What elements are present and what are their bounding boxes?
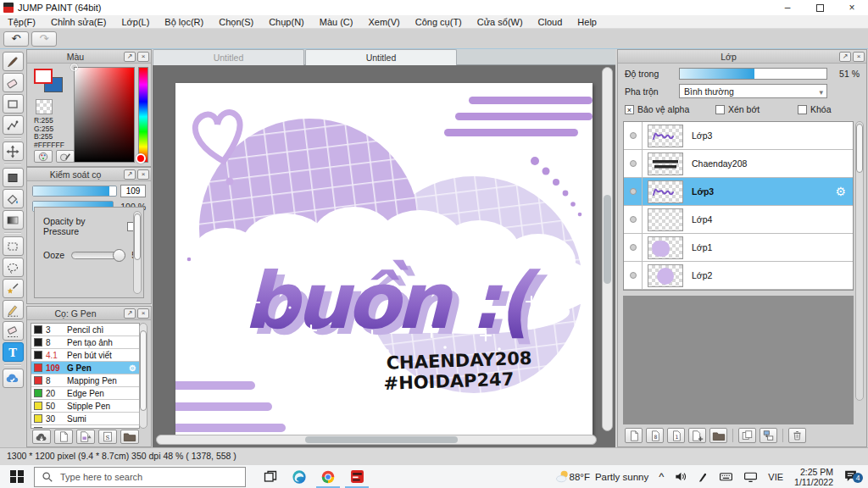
menu-item-6[interactable]: Chụp(N) (261, 15, 312, 29)
layer-visibility-toggle[interactable] (624, 178, 643, 205)
close-panel-icon[interactable]: × (853, 52, 865, 62)
brush-row[interactable]: 30Sumi (31, 413, 139, 425)
layer-visibility-toggle[interactable] (624, 150, 643, 177)
new-8bit-layer-button[interactable]: 8 (646, 428, 664, 443)
document-canvas[interactable]: buồn :( buồn :( (175, 83, 593, 437)
menu-item-1[interactable]: Tệp(F) (0, 15, 43, 29)
close-panel-icon[interactable]: × (137, 308, 149, 319)
canvas-vscrollbar[interactable] (602, 67, 613, 431)
merge-layer-button[interactable] (760, 428, 777, 443)
layer-row[interactable]: Lớp4 (624, 206, 853, 234)
redo-button[interactable]: ↷ (31, 31, 57, 47)
brush-row[interactable]: 8Mapping Pen (31, 374, 139, 387)
gradient-tool[interactable] (3, 210, 24, 230)
shape-brush-tool[interactable] (3, 94, 24, 114)
touch-keyboard-button[interactable] (715, 465, 737, 488)
menu-item-9[interactable]: Công cụ(T) (408, 15, 470, 29)
bucket-tool[interactable] (3, 189, 24, 208)
tray-expand-button[interactable]: ^ (654, 465, 668, 488)
layer-visibility-toggle[interactable] (624, 262, 643, 289)
layer-row[interactable]: Chaenday208 (624, 150, 853, 178)
brush-row[interactable]: 4.1Pen bút viết (31, 349, 139, 362)
menu-item-3[interactable]: Lớp(L) (114, 15, 157, 29)
jump-paint-button[interactable] (342, 465, 371, 488)
select-eraser-tool[interactable] (3, 321, 24, 341)
layer-checkbox-2[interactable] (715, 105, 725, 114)
brush-size-value[interactable]: 109 (120, 185, 146, 197)
popout-icon[interactable]: ↗ (124, 169, 136, 180)
language-indicator[interactable]: VIE (764, 465, 787, 488)
transparent-color-swatch[interactable] (36, 99, 53, 114)
weather-widget[interactable]: 88°F Partly sunny (551, 465, 654, 488)
layer-row[interactable]: Lớp3 (624, 122, 853, 150)
popout-icon[interactable]: ↗ (839, 52, 851, 62)
start-button[interactable] (0, 465, 34, 488)
layer-checkbox-1[interactable]: × (625, 105, 634, 114)
layer-row[interactable]: Lớp1 (624, 234, 853, 262)
brush-add-button[interactable] (54, 430, 73, 444)
eraser-tool[interactable] (3, 73, 24, 92)
close-panel-icon[interactable]: × (137, 169, 149, 180)
canvas-viewport[interactable]: buồn :( buồn :( (153, 65, 615, 447)
undo-button[interactable]: ↶ (3, 31, 29, 47)
notification-center-button[interactable]: 4 (840, 469, 865, 485)
fill-shape-tool[interactable] (3, 168, 24, 187)
volume-button[interactable] (670, 465, 691, 488)
brush-row[interactable]: 50Watercolor (31, 425, 139, 429)
menu-item-5[interactable]: Chọn(S) (211, 15, 261, 29)
blend-mode-select[interactable]: Bình thường ▾ (679, 84, 827, 98)
color-set-button[interactable] (56, 150, 75, 163)
brush-script-button[interactable]: S (98, 430, 117, 444)
select-pen-tool[interactable] (3, 300, 24, 319)
select-tool[interactable] (3, 236, 24, 256)
brush-control-scrollbar[interactable] (133, 211, 142, 294)
layer-visibility-toggle[interactable] (624, 206, 643, 233)
new-layer-button[interactable] (625, 428, 643, 443)
brush-folder-button[interactable] (120, 430, 139, 444)
brush-row[interactable]: 20Edge Pen (31, 387, 139, 400)
brush-tool[interactable] (3, 52, 24, 71)
layer-row[interactable]: Lớp3⚙ (624, 178, 853, 206)
menu-item-4[interactable]: Bộ lọc(R) (157, 15, 211, 29)
brush-add-image-button[interactable] (76, 430, 95, 444)
brush-row[interactable]: 3Pencil chì (31, 324, 139, 336)
text-tool[interactable]: T (3, 342, 24, 362)
close-button[interactable]: × (836, 0, 868, 15)
ooze-slider[interactable] (71, 252, 125, 259)
brush-list-scrollbar[interactable] (139, 323, 147, 429)
gear-icon[interactable]: ⚙ (129, 363, 136, 373)
add-layer-menu-button[interactable] (688, 428, 706, 443)
saturation-value-square[interactable] (74, 67, 135, 163)
maximize-button[interactable] (804, 0, 836, 15)
display-button[interactable] (739, 465, 762, 488)
menu-item-11[interactable]: Cloud (531, 15, 570, 29)
polyline-tool[interactable] (3, 115, 24, 135)
minimize-button[interactable]: – (771, 0, 804, 15)
brush-size-slider[interactable] (32, 186, 117, 197)
menu-item-2[interactable]: Chỉnh sửa(E) (43, 15, 114, 29)
brush-cloud-download-button[interactable] (32, 430, 51, 444)
layer-visibility-toggle[interactable] (624, 122, 643, 149)
menu-item-10[interactable]: Cửa sổ(W) (470, 15, 531, 29)
clock[interactable]: 2:25 PM 1/11/2022 (789, 467, 838, 487)
cloud-tool[interactable] (3, 369, 24, 388)
hue-bar[interactable] (138, 67, 148, 163)
sv-marker[interactable] (70, 64, 78, 71)
edge-button[interactable] (285, 465, 314, 488)
foreground-color-swatch[interactable] (34, 69, 53, 84)
search-input[interactable]: Type here to search (34, 467, 246, 487)
hue-marker[interactable] (136, 153, 146, 164)
new-1bit-layer-button[interactable]: 1 (667, 428, 685, 443)
layer-row[interactable]: Lớp2 (624, 262, 853, 290)
brush-row[interactable]: 50Stipple Pen (31, 400, 139, 413)
close-panel-icon[interactable]: × (137, 52, 149, 62)
palette-button[interactable] (34, 150, 53, 163)
ooze-knob[interactable] (113, 249, 125, 262)
popout-icon[interactable]: ↗ (124, 52, 136, 62)
brush-row[interactable]: 8Pen tạo ảnh (31, 336, 139, 349)
magic-wand-tool[interactable] (3, 279, 24, 298)
document-tab-1[interactable]: Untitled (153, 49, 304, 65)
popout-icon[interactable]: ↗ (124, 308, 136, 319)
layer-checkbox-3[interactable] (798, 105, 807, 114)
delete-layer-button[interactable] (788, 428, 806, 443)
